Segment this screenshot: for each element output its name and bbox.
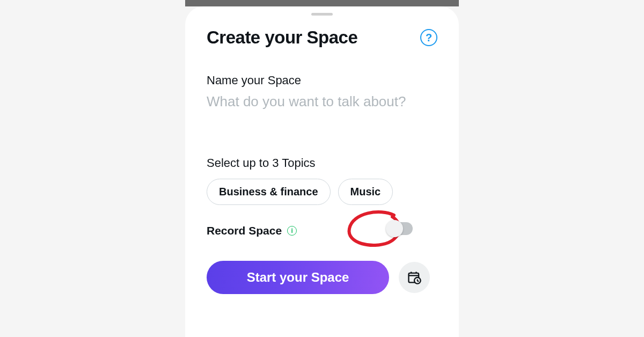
record-space-label: Record Space bbox=[207, 224, 282, 237]
toggle-knob bbox=[386, 220, 403, 237]
sheet-header: Create your Space ? bbox=[207, 27, 437, 48]
topics-row: Business & finance Music bbox=[207, 179, 437, 205]
record-toggle-wrap bbox=[388, 222, 413, 235]
name-label: Name your Space bbox=[207, 74, 437, 87]
name-section: Name your Space bbox=[207, 74, 437, 131]
status-bar-backdrop bbox=[185, 0, 459, 6]
info-icon[interactable]: i bbox=[287, 226, 297, 236]
topic-chip-business-finance[interactable]: Business & finance bbox=[207, 179, 331, 205]
start-space-button[interactable]: Start your Space bbox=[207, 261, 389, 294]
space-name-input[interactable] bbox=[207, 93, 437, 129]
topic-chip-music[interactable]: Music bbox=[338, 179, 393, 205]
schedule-button[interactable] bbox=[399, 262, 430, 293]
phone-frame: Create your Space ? Name your Space Sele… bbox=[185, 0, 459, 337]
page-title: Create your Space bbox=[207, 27, 357, 48]
svg-line-6 bbox=[418, 281, 419, 281]
topics-section: Select up to 3 Topics Business & finance… bbox=[207, 156, 437, 205]
cta-row: Start your Space bbox=[207, 261, 437, 294]
calendar-clock-icon bbox=[407, 270, 422, 285]
sheet-drag-handle[interactable] bbox=[311, 13, 333, 16]
record-space-toggle[interactable] bbox=[388, 222, 413, 235]
help-icon[interactable]: ? bbox=[420, 29, 437, 46]
question-mark-icon: ? bbox=[426, 32, 432, 44]
record-row: Record Space i bbox=[207, 224, 437, 237]
create-space-sheet: Create your Space ? Name your Space Sele… bbox=[185, 6, 459, 337]
topics-label: Select up to 3 Topics bbox=[207, 156, 437, 170]
